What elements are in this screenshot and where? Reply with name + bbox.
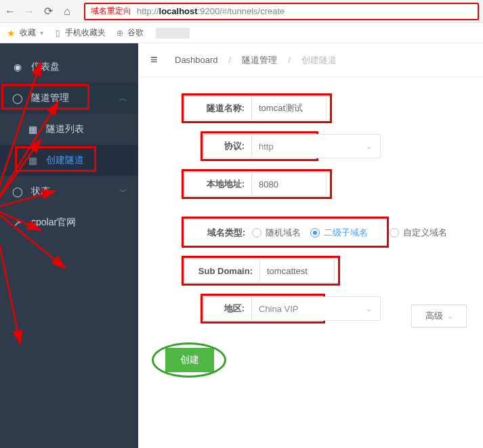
external-link-icon: ↗ — [12, 217, 23, 228]
breadcrumb-sep: / — [229, 55, 232, 65]
back-button[interactable]: ← — [4, 5, 16, 18]
row-tunnel-name: 隧道名称: — [184, 96, 483, 120]
chevron-down-icon: ⌄ — [366, 305, 372, 313]
radio-random-domain[interactable]: 随机域名 — [252, 227, 301, 239]
breadcrumb-tunnel-mgmt[interactable]: 隧道管理 — [242, 54, 277, 66]
chevron-down-icon: ⌄ — [366, 142, 372, 151]
row-local-addr: 本地地址: — [184, 172, 483, 196]
radio-icon — [252, 228, 261, 238]
tunnel-name-label: 隧道名称: — [184, 96, 252, 120]
favorites-label: 收藏 — [20, 27, 36, 39]
list-icon: ▦ — [27, 124, 38, 135]
address-bar[interactable]: 域名重定向 http://localhost:9200/#/tunnels/cr… — [84, 3, 479, 20]
sidebar-tunnel-mgmt-label: 隧道管理 — [31, 92, 69, 104]
sidebar-tunnel-list-label: 隧道列表 — [46, 123, 84, 135]
radio-custom-domain[interactable]: 自定义域名 — [390, 227, 447, 239]
sidebar-cpolar-label: cpolar官网 — [31, 217, 76, 229]
mobile-fav-label: 手机收藏夹 — [65, 27, 106, 39]
star-icon: ★ — [7, 28, 16, 39]
sidebar-item-status[interactable]: ◯ 状态 ﹀ — [0, 176, 138, 207]
breadcrumb-dashboard[interactable]: Dashboard — [175, 55, 218, 65]
sidebar-item-tunnel-list[interactable]: ▦ 隧道列表 — [0, 114, 138, 145]
status-icon: ◯ — [12, 186, 23, 197]
region-select[interactable]: China VIP ⌄ — [252, 296, 381, 321]
menu-toggle-icon[interactable]: ≡ — [150, 53, 164, 67]
form-area: 隧道名称: 协议: http ⌄ 本地地址: 域名类型 — [138, 77, 483, 386]
sidebar-dashboard-label: 仪表盘 — [31, 61, 60, 73]
sidebar-tunnel-create-label: 创建隧道 — [46, 154, 84, 166]
reload-button[interactable]: ⟳ — [42, 5, 54, 18]
region-value: China VIP — [259, 304, 299, 314]
google-bookmark[interactable]: ⊕ 谷歌 — [115, 27, 144, 39]
subdomain-input[interactable] — [260, 259, 335, 283]
sidebar: ◉ 仪表盘 ◯ 隧道管理 ︿ ▦ 隧道列表 ▦ 创建隧道 ◯ 状态 ﹀ ↗ cp… — [0, 43, 138, 448]
favorites-button[interactable]: ★ 收藏 ▾ — [7, 27, 43, 39]
protocol-label: 协议: — [203, 134, 252, 158]
main-content: ≡ Dashboard / 隧道管理 / 创建隧道 隧道名称: 协议: http… — [138, 43, 483, 448]
home-button[interactable]: ⌂ — [61, 5, 73, 18]
breadcrumb-sep: / — [288, 55, 291, 65]
row-domain-type: 域名类型: 随机域名 二级子域名 自定义域名 — [184, 221, 483, 245]
sidebar-item-dashboard[interactable]: ◉ 仪表盘 — [0, 51, 138, 83]
mobile-icon: ▯ — [53, 28, 62, 38]
chevron-down-icon: ⌄ — [447, 312, 453, 321]
sidebar-item-tunnel-create[interactable]: ▦ 创建隧道 — [0, 145, 138, 176]
chevron-up-icon: ︿ — [119, 93, 127, 104]
google-label: 谷歌 — [127, 27, 144, 39]
create-button[interactable]: 创建 — [165, 348, 214, 372]
app-container: ◉ 仪表盘 ◯ 隧道管理 ︿ ▦ 隧道列表 ▦ 创建隧道 ◯ 状态 ﹀ ↗ cp… — [0, 43, 483, 448]
radio-icon — [310, 228, 320, 238]
topbar: ≡ Dashboard / 隧道管理 / 创建隧道 — [138, 43, 483, 77]
browser-nav-bar: ← → ⟳ ⌂ 域名重定向 http://localhost:9200/#/tu… — [0, 0, 483, 23]
url-text: http://localhost:9200/#/tunnels/create — [137, 6, 285, 16]
mobile-favorites[interactable]: ▯ 手机收藏夹 — [53, 27, 106, 39]
region-label: 地区: — [203, 296, 252, 321]
domain-type-label: 域名类型: — [184, 221, 252, 245]
breadcrumb-tunnel-create: 创建隧道 — [301, 54, 337, 66]
advanced-button[interactable]: 高级 ⌄ — [411, 305, 467, 328]
blurred-bookmark — [156, 28, 190, 39]
sidebar-status-label: 状态 — [31, 185, 50, 198]
radio-sub-label: 二级子域名 — [324, 227, 368, 239]
local-addr-input[interactable] — [252, 172, 327, 196]
row-protocol: 协议: http ⌄ — [184, 134, 483, 158]
radio-sub-domain[interactable]: 二级子域名 — [310, 227, 368, 239]
protocol-value: http — [259, 141, 274, 152]
row-subdomain: Sub Domain: — [184, 259, 483, 283]
row-submit: 创建 — [165, 348, 483, 372]
sidebar-item-cpolar-site[interactable]: ↗ cpolar官网 — [0, 207, 138, 238]
grid-icon: ▦ — [27, 155, 38, 166]
local-addr-label: 本地地址: — [184, 172, 252, 196]
gauge-icon: ◉ — [12, 62, 23, 72]
circle-icon: ◯ — [12, 93, 23, 104]
radio-icon — [390, 228, 399, 238]
protocol-select[interactable]: http ⌄ — [252, 134, 381, 158]
redirect-label: 域名重定向 — [91, 5, 131, 17]
chevron-down-icon: ﹀ — [119, 186, 127, 198]
bookmark-bar: ★ 收藏 ▾ ▯ 手机收藏夹 ⊕ 谷歌 — [0, 23, 483, 43]
sidebar-item-tunnel-mgmt[interactable]: ◯ 隧道管理 ︿ — [0, 83, 138, 114]
radio-custom-label: 自定义域名 — [403, 227, 447, 239]
forward-button[interactable]: → — [23, 5, 35, 18]
radio-random-label: 随机域名 — [266, 227, 301, 239]
subdomain-label: Sub Domain: — [184, 259, 260, 283]
tunnel-name-input[interactable] — [252, 96, 327, 120]
globe-icon: ⊕ — [115, 28, 125, 38]
advanced-label: 高级 — [425, 310, 443, 322]
